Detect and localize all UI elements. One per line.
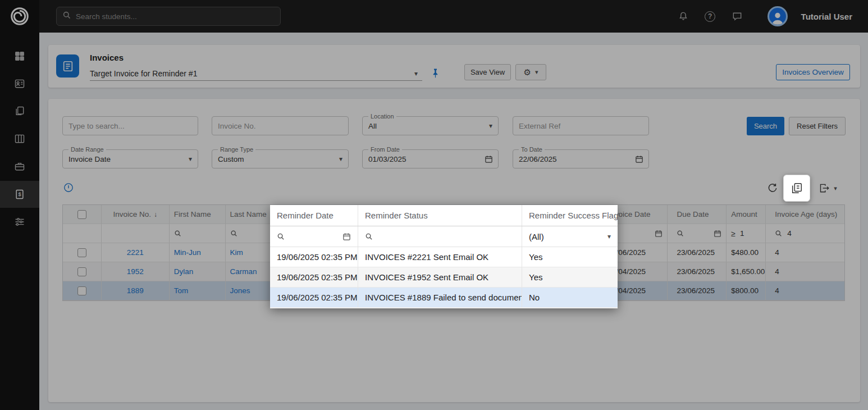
success-flag-filter-value: (All): [529, 232, 544, 242]
popup-col-header-reminder-date[interactable]: Reminder Date: [270, 205, 358, 226]
reminder-status-cell: INVOICES #2221 Sent Email OK: [358, 247, 522, 267]
reminder-date-cell: 19/06/2025 02:35 PM: [270, 247, 358, 267]
reminder-status-cell: INVOICES #1889 Failed to send document.: [358, 288, 522, 307]
app-root: $: [0, 0, 868, 410]
popup-filter-row: (All) ▾: [270, 226, 618, 247]
popup-row[interactable]: 19/06/2025 02:35 PM INVOICES #1952 Sent …: [270, 267, 618, 288]
reminder-date-cell: 19/06/2025 02:35 PM: [270, 288, 358, 307]
popup-filter-reminder-status[interactable]: [358, 226, 522, 247]
reminder-date-cell: 19/06/2025 02:35 PM: [270, 267, 358, 287]
search-icon[interactable]: [365, 233, 373, 241]
column-copy-button[interactable]: [783, 175, 810, 202]
search-icon[interactable]: [277, 233, 285, 241]
popup-row-selected[interactable]: 19/06/2025 02:35 PM INVOICES #1889 Faile…: [270, 288, 618, 308]
popup-row[interactable]: 19/06/2025 02:35 PM INVOICES #2221 Sent …: [270, 247, 618, 267]
popup-header-row: Reminder Date Reminder Status Reminder S…: [270, 205, 618, 226]
reminder-flag-cell: No: [522, 288, 618, 307]
chevron-down-icon: ▾: [607, 233, 611, 240]
popup-col-header-reminder-success-flag[interactable]: Reminder Success Flag: [522, 205, 618, 226]
popup-filter-success-flag-select[interactable]: (All) ▾: [522, 226, 618, 247]
reminder-flag-cell: Yes: [522, 267, 618, 287]
calendar-icon[interactable]: [342, 233, 351, 241]
reminder-status-cell: INVOICES #1952 Sent Email OK: [358, 267, 522, 287]
popup-col-header-reminder-status[interactable]: Reminder Status: [358, 205, 522, 226]
popup-filter-reminder-date[interactable]: [270, 226, 358, 247]
reminder-columns-popup: Reminder Date Reminder Status Reminder S…: [270, 205, 618, 308]
reminder-flag-cell: Yes: [522, 247, 618, 267]
